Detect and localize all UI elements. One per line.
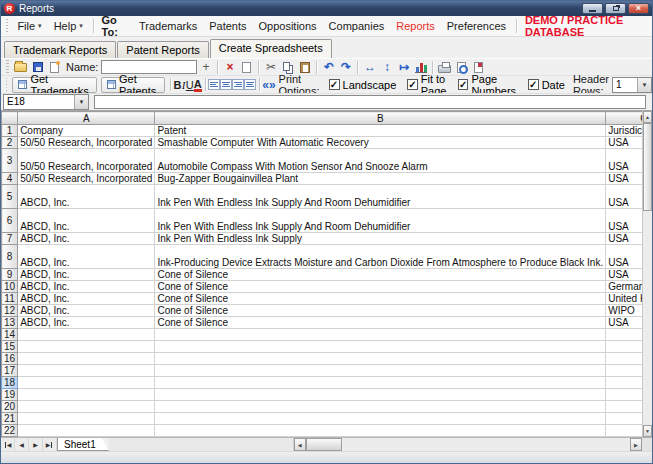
cell-C2[interactable]: USA <box>606 137 642 149</box>
row-header-14[interactable]: 14 <box>2 329 18 341</box>
cell-A16[interactable] <box>18 353 155 365</box>
scroll-down-button[interactable]: ▼ <box>643 425 652 437</box>
horizontal-scroll-thumb[interactable] <box>306 438 342 451</box>
cell-A14[interactable] <box>18 329 155 341</box>
cell-B5[interactable]: Ink Pen With Endless Ink Supply And Room… <box>155 185 606 209</box>
cell-C17[interactable] <box>606 365 642 377</box>
nav-companies[interactable]: Companies <box>323 18 391 34</box>
merge-cells-button[interactable] <box>244 77 256 92</box>
nav-patents[interactable]: Patents <box>203 18 252 34</box>
cell-C13[interactable]: USA <box>606 317 642 329</box>
open-button[interactable] <box>12 60 29 75</box>
row-header-12[interactable]: 12 <box>2 305 18 317</box>
column-header-C[interactable]: C <box>606 112 642 125</box>
row-header-22[interactable]: 22 <box>2 425 18 437</box>
cell-C6[interactable]: USA <box>606 209 642 233</box>
row-header-5[interactable]: 5 <box>2 185 18 209</box>
align-center-button[interactable] <box>220 77 232 92</box>
grid-corner[interactable] <box>2 112 18 125</box>
column-header-A[interactable]: A <box>18 112 155 125</box>
cell-A12[interactable]: ABCD, Inc. <box>18 305 155 317</box>
cell-B22[interactable] <box>155 425 606 437</box>
delete-button[interactable]: × <box>221 60 238 75</box>
insert-row-button[interactable]: ↕ <box>378 60 395 75</box>
cell-A19[interactable] <box>18 389 155 401</box>
cell-B4[interactable]: Bug-Zapper Bougainvillea Plant <box>155 173 606 185</box>
vertical-scroll-track[interactable] <box>643 211 652 425</box>
select-all-button[interactable]: + <box>197 60 214 75</box>
undo-button[interactable]: ↶ <box>320 60 337 75</box>
cell-C15[interactable] <box>606 341 642 353</box>
row-header-10[interactable]: 10 <box>2 281 18 293</box>
cell-A8[interactable]: ABCD, Inc. <box>18 245 155 269</box>
sheet-tab-sheet1[interactable]: Sheet1 <box>57 438 109 451</box>
next-sheet-button[interactable]: ▶ <box>29 438 43 451</box>
cell-A2[interactable]: 50/50 Research, Incorporated <box>18 137 155 149</box>
horizontal-scroll-track[interactable] <box>342 438 630 451</box>
cell-A9[interactable]: ABCD, Inc. <box>18 269 155 281</box>
cell-C22[interactable] <box>606 425 642 437</box>
cell-B9[interactable]: Cone of Silence <box>155 269 606 281</box>
column-header-B[interactable]: B <box>155 112 606 125</box>
menu-help[interactable]: Help▾ <box>48 18 89 34</box>
cell-C10[interactable]: Germany <box>606 281 642 293</box>
cell-C18[interactable] <box>606 377 642 389</box>
nav-oppositions[interactable]: Oppositions <box>253 18 323 34</box>
cell-B18[interactable] <box>155 377 606 389</box>
decrease-indent-button[interactable]: « <box>262 77 269 92</box>
cell-C19[interactable] <box>606 389 642 401</box>
cell-C9[interactable]: USA <box>606 269 642 281</box>
cell-B14[interactable] <box>155 329 606 341</box>
minimize-button[interactable] <box>582 3 603 14</box>
last-sheet-button[interactable]: ▶ <box>43 438 57 451</box>
landscape-checkbox[interactable]: ✓Landscape <box>329 79 397 91</box>
bold-button[interactable]: B <box>174 77 182 93</box>
row-header-7[interactable]: 7 <box>2 233 18 245</box>
nav-trademarks[interactable]: Trademarks <box>133 18 203 34</box>
cell-C3[interactable]: USA <box>606 149 642 173</box>
row-header-8[interactable]: 8 <box>2 245 18 269</box>
cell-C12[interactable]: WIPO <box>606 305 642 317</box>
cell-C5[interactable]: USA <box>606 185 642 209</box>
tab-patent-reports[interactable]: Patent Reports <box>117 41 208 58</box>
first-sheet-button[interactable]: ◀ <box>1 438 15 451</box>
get-patents-button[interactable]: Get Patents <box>101 77 165 93</box>
row-header-17[interactable]: 17 <box>2 365 18 377</box>
cell-B17[interactable] <box>155 365 606 377</box>
scroll-right-button[interactable]: ▶ <box>630 438 642 451</box>
cell-C4[interactable]: USA <box>606 173 642 185</box>
row-header-13[interactable]: 13 <box>2 317 18 329</box>
insert-column-button[interactable]: ↔ <box>361 60 378 75</box>
row-header-6[interactable]: 6 <box>2 209 18 233</box>
scroll-up-button[interactable]: ▲ <box>643 111 652 123</box>
cell-A3[interactable]: 50/50 Research, Incorporated <box>18 149 155 173</box>
cell-B13[interactable]: Cone of Silence <box>155 317 606 329</box>
cell-A1[interactable]: Company <box>18 125 155 137</box>
row-header-3[interactable]: 3 <box>2 149 18 173</box>
nav-preferences[interactable]: Preferences <box>441 18 512 34</box>
row-header-2[interactable]: 2 <box>2 137 18 149</box>
cell-B20[interactable] <box>155 401 606 413</box>
cell-A15[interactable] <box>18 341 155 353</box>
header-rows-select[interactable]: 1▼ <box>612 77 652 93</box>
cell-C16[interactable] <box>606 353 642 365</box>
row-header-21[interactable]: 21 <box>2 413 18 425</box>
cell-A17[interactable] <box>18 365 155 377</box>
cell-B11[interactable]: Cone of Silence <box>155 293 606 305</box>
cell-B2[interactable]: Smashable Computer With Automatic Recove… <box>155 137 606 149</box>
cell-B6[interactable]: Ink Pen With Endless Ink Supply And Room… <box>155 209 606 233</box>
cell-B21[interactable] <box>155 413 606 425</box>
close-button[interactable]: × <box>628 3 649 14</box>
date-checkbox[interactable]: ✓Date <box>528 79 565 91</box>
cell-C7[interactable]: USA <box>606 233 642 245</box>
tab-create-spreadsheets[interactable]: Create Spreadsheets <box>210 39 332 58</box>
font-color-button[interactable]: A <box>194 79 202 92</box>
clear-button[interactable] <box>238 60 255 75</box>
redo-button[interactable]: ↷ <box>337 60 354 75</box>
cell-C20[interactable] <box>606 401 642 413</box>
vertical-scroll-thumb[interactable] <box>643 123 652 211</box>
get-trademarks-button[interactable]: Get Trademarks <box>12 77 97 93</box>
previous-sheet-button[interactable]: ◀ <box>15 438 29 451</box>
cell-C11[interactable]: United Kingdom <box>606 293 642 305</box>
cell-B7[interactable]: Ink Pen With Endless Ink Supply <box>155 233 606 245</box>
